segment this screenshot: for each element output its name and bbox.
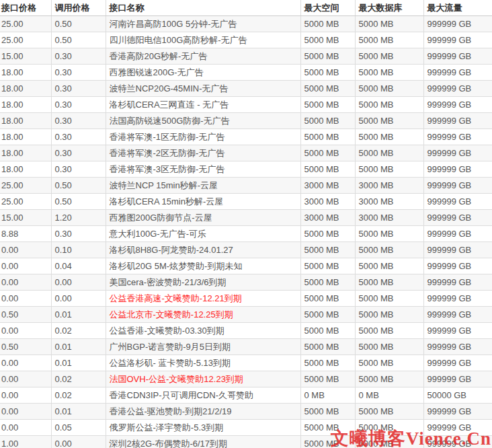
cell-max-traffic: 999999 GB [423, 48, 492, 65]
cell-call-price: 0.05 [51, 420, 106, 436]
table-row: 15.00 1.20 西雅图200G防御节点-云屋 3000 MB 3000 M… [0, 210, 492, 226]
cell-max-space: 5000 MB [300, 242, 355, 258]
cell-interface-price: 0.00 [0, 274, 51, 291]
cell-interface-name: 美国cera-密波赞助-21/3/6到期 [106, 274, 300, 291]
cell-max-traffic: 999999 GB [423, 436, 492, 448]
cell-max-database: 5000 MB [355, 404, 423, 420]
cell-interface-price: 0.00 [0, 420, 51, 436]
cell-interface-price: 15.00 [0, 210, 51, 226]
table-row: 0.00 0.02 法国OVH-公益-文曦赞助12.23到期 5000 MB 5… [0, 371, 492, 387]
cell-max-traffic: 999999 GB [423, 242, 492, 258]
cell-interface-name: 波特兰NCP 15min秒解-云屋 [106, 178, 300, 194]
cell-call-price: 0.01 [51, 307, 106, 323]
cell-interface-name: 洛杉矶8H8G-阿龙赞助-24.01.27 [106, 242, 300, 258]
cell-max-traffic: 999999 GB [423, 97, 492, 113]
table-row: 0.00 0.02 公益香港-文曦赞助-03.30到期 5000 MB 5000… [0, 323, 492, 339]
cell-max-space: 5000 MB [300, 436, 355, 448]
cell-interface-name: 香港公益-驱池赞助-到期21/2/19 [106, 404, 300, 420]
cell-call-price: 0.10 [51, 242, 106, 258]
cell-interface-name: 公益北京市-文曦赞助-12.25到期 [106, 307, 300, 323]
cell-max-database: 5000 MB [355, 145, 423, 161]
cell-interface-name: 洛杉矶20G 5M-炫梦赞助-到期未知 [106, 258, 300, 274]
cell-interface-price: 0.00 [0, 242, 51, 258]
cell-max-traffic: 999999 GB [423, 226, 492, 242]
table-row: 18.00 0.30 香港将军澳-1区无防御-无广告 5000 MB 5000 … [0, 129, 492, 145]
cell-interface-name: 洛杉矶CERA 15min秒解-云屋 [106, 194, 300, 210]
cell-interface-price: 8.88 [0, 226, 51, 242]
cell-interface-price: 18.00 [0, 161, 51, 178]
cell-max-database: 3000 MB [355, 194, 423, 210]
cell-max-database: 5000 MB [355, 355, 423, 371]
cell-call-price: 0.02 [51, 323, 106, 339]
cell-max-traffic: 999999 GB [423, 81, 492, 97]
cell-max-space: 5000 MB [300, 371, 355, 387]
cell-interface-price: 0.00 [0, 355, 51, 371]
cell-max-database: 5000 MB [355, 48, 423, 65]
cell-interface-name: 香港CDN3IP-只可调用CDN-久哥赞助 [106, 387, 300, 404]
cell-max-space: 5000 MB [300, 145, 355, 161]
cell-interface-price: 25.00 [0, 32, 51, 48]
cell-max-space: 5000 MB [300, 355, 355, 371]
cell-max-traffic: 999999 GB [423, 178, 492, 194]
cell-max-database: 5000 MB [355, 242, 423, 258]
cell-max-space: 5000 MB [300, 258, 355, 274]
cell-interface-price: 18.00 [0, 129, 51, 145]
table-row: 18.00 0.30 香港将军澳-3区无防御-无广告 5000 MB 5000 … [0, 161, 492, 178]
cell-interface-price: 0.00 [0, 387, 51, 404]
table-row: 8.88 0.30 意大利100G-无广告-可乐 5000 MB 5000 MB… [0, 226, 492, 242]
cell-max-database: 5000 MB [355, 420, 423, 436]
cell-max-database: 5000 MB [355, 307, 423, 323]
cell-call-price: 0.30 [51, 81, 106, 97]
column-header-interface-price: 接口价格 [0, 0, 51, 16]
table-row: 0.00 0.00 公益香港高速-文曦赞助-12.21到期 5000 MB 50… [0, 291, 492, 307]
cell-max-traffic: 999999 GB [423, 307, 492, 323]
cell-max-database: 5000 MB [355, 226, 423, 242]
cell-max-space: 5000 MB [300, 323, 355, 339]
table-row: 18.00 0.30 法国高防锐速500G防御-无广告 5000 MB 5000… [0, 113, 492, 129]
table-row: 0.50 0.01 公益北京市-文曦赞助-12.25到期 5000 MB 500… [0, 307, 492, 323]
cell-max-database: 5000 MB [355, 323, 423, 339]
cell-interface-price: 0.50 [0, 339, 51, 355]
table-row: 18.00 0.30 波特兰NCP20G-45MIN-无广告 5000 MB 5… [0, 81, 492, 97]
cell-max-traffic: 999999 GB [423, 145, 492, 161]
cell-max-space: 3000 MB [300, 194, 355, 210]
cell-max-space: 5000 MB [300, 161, 355, 178]
cell-max-space: 5000 MB [300, 113, 355, 129]
cell-max-database: 5000 MB [355, 113, 423, 129]
cell-max-space: 3000 MB [300, 178, 355, 194]
table-row: 18.00 0.30 洛杉矶CERA三网直连 - 无广告 5000 MB 500… [0, 97, 492, 113]
cell-interface-name: 河南许昌高防100G 5分钟-无广告 [106, 16, 300, 32]
cell-call-price: 1.20 [51, 210, 106, 226]
cell-interface-price: 0.00 [0, 404, 51, 420]
cell-interface-price: 0.50 [0, 307, 51, 323]
cell-max-space: 5000 MB [300, 97, 355, 113]
cell-call-price: 0.50 [51, 178, 106, 194]
cell-call-price: 0.01 [51, 339, 106, 355]
cell-interface-name: 香港高防20G秒解-无广告 [106, 48, 300, 65]
cell-max-traffic: 999999 GB [423, 291, 492, 307]
cell-interface-price: 25.00 [0, 194, 51, 210]
column-header-call-price: 调用价格 [51, 0, 106, 16]
cell-max-database: 0 MB [355, 387, 423, 404]
table-row: 15.00 0.30 香港高防20G秒解-无广告 5000 MB 5000 MB… [0, 48, 492, 65]
cell-interface-price: 1.00 [0, 436, 51, 448]
cell-max-traffic: 999999 GB [423, 258, 492, 274]
cell-call-price: 0.04 [51, 258, 106, 274]
cell-interface-name: 香港将军澳-3区无防御-无广告 [106, 161, 300, 178]
cell-call-price: 0.30 [51, 226, 106, 242]
cell-max-space: 0 MB [300, 387, 355, 404]
cell-interface-name: 香港将军澳-2区无防御-无广告 [106, 145, 300, 161]
table-row: 25.00 0.50 波特兰NCP 15min秒解-云屋 3000 MB 300… [0, 178, 492, 194]
cell-interface-price: 18.00 [0, 113, 51, 129]
table-row: 0.00 0.02 香港CDN3IP-只可调用CDN-久哥赞助 0 MB 0 M… [0, 387, 492, 404]
cell-max-traffic: 999999 GB [423, 194, 492, 210]
cell-call-price: 0.30 [51, 129, 106, 145]
cell-interface-price: 18.00 [0, 97, 51, 113]
table-row: 18.00 0.30 香港将军澳-2区无防御-无广告 5000 MB 5000 … [0, 145, 492, 161]
cell-interface-name: 香港将军澳-1区无防御-无广告 [106, 129, 300, 145]
cell-max-database: 5000 MB [355, 32, 423, 48]
cell-max-traffic: 999999 GB [423, 210, 492, 226]
column-header-max-space: 最大空间 [300, 0, 355, 16]
table-row: 0.00 0.01 香港公益-驱池赞助-到期21/2/19 5000 MB 50… [0, 404, 492, 420]
table-row: 0.00 0.00 美国cera-密波赞助-21/3/6到期 5000 MB 5… [0, 274, 492, 291]
